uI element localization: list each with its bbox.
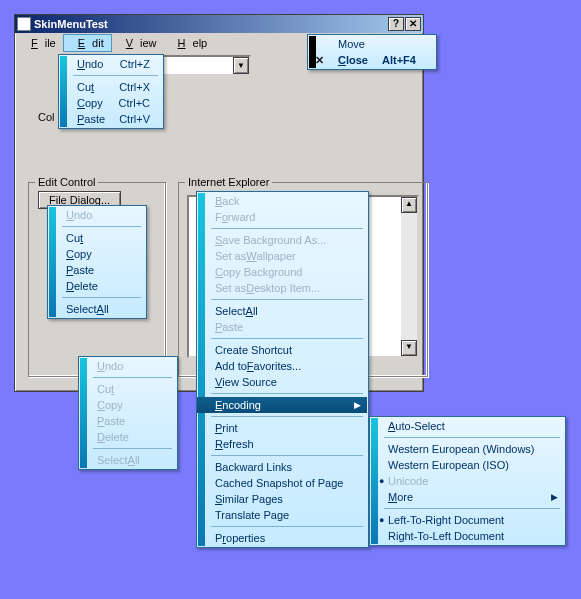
ie-scrollbar[interactable]: ▲ ▼ (401, 197, 417, 356)
help-button[interactable]: ? (388, 17, 404, 31)
edit-context-menu-2: Undo Cut Copy Paste Delete Select All (78, 356, 178, 470)
ctx2-cut[interactable]: Cut (79, 381, 176, 397)
sysmenu-move[interactable]: Move (308, 36, 432, 52)
scroll-up-icon[interactable]: ▲ (401, 197, 417, 213)
menu-edit[interactable]: Edit (63, 34, 112, 52)
editmenu-cut[interactable]: CutCtrl+X (59, 79, 162, 95)
radio-bullet-icon: ● (379, 516, 384, 525)
ctx1-delete[interactable]: Delete (48, 278, 145, 294)
sysmenu-close[interactable]: ✕ Close Alt+F4 (308, 52, 432, 68)
ie-backward-links[interactable]: Backward Links (197, 459, 367, 475)
ie-copy-bg[interactable]: Copy Background (197, 264, 367, 280)
enc-we-iso[interactable]: Western European (ISO) (370, 457, 564, 473)
close-button[interactable]: ✕ (405, 17, 421, 31)
ie-forward[interactable]: Forward (197, 209, 367, 225)
editmenu-paste[interactable]: PasteCtrl+V (59, 111, 162, 127)
ctx2-delete[interactable]: Delete (79, 429, 176, 445)
color-label: Col (38, 111, 55, 123)
ctx2-select-all[interactable]: Select All (79, 452, 176, 468)
ie-view-source[interactable]: View Source (197, 374, 367, 390)
editmenu-copy[interactable]: CopyCtrl+C (59, 95, 162, 111)
ie-encoding[interactable]: Encoding▶ (197, 397, 367, 413)
combo-arrow-icon[interactable]: ▼ (233, 57, 249, 74)
menu-file[interactable]: File (17, 35, 63, 51)
submenu-arrow-icon: ▶ (354, 400, 361, 410)
ctx2-copy[interactable]: Copy (79, 397, 176, 413)
titlebar[interactable]: SkinMenuTest ? ✕ (15, 15, 423, 33)
ie-cached-snapshot[interactable]: Cached Snapshot of Page (197, 475, 367, 491)
ctx1-undo[interactable]: Undo (48, 207, 145, 223)
ie-title: Internet Explorer (185, 176, 272, 188)
ie-print[interactable]: Print (197, 420, 367, 436)
app-icon (17, 17, 31, 31)
ie-back[interactable]: Back (197, 193, 367, 209)
submenu-arrow-icon: ▶ (551, 492, 558, 502)
edit-menu: UndoCtrl+Z CutCtrl+X CopyCtrl+C PasteCtr… (58, 54, 164, 129)
enc-more[interactable]: More▶ (370, 489, 564, 505)
radio-bullet-icon: ● (379, 477, 384, 486)
edit-context-menu-1: Undo Cut Copy Paste Delete Select All (47, 205, 147, 319)
system-menu: Move ✕ Close Alt+F4 (307, 34, 437, 70)
ie-set-wallpaper[interactable]: Set as Wallpaper (197, 248, 367, 264)
menu-view[interactable]: View (112, 35, 164, 51)
encoding-submenu: Auto-Select Western European (Windows) W… (369, 416, 566, 546)
ctx2-paste[interactable]: Paste (79, 413, 176, 429)
ie-create-shortcut[interactable]: Create Shortcut (197, 342, 367, 358)
ie-paste[interactable]: Paste (197, 319, 367, 335)
ie-add-favorites[interactable]: Add to Favorites... (197, 358, 367, 374)
editmenu-undo[interactable]: UndoCtrl+Z (59, 56, 162, 72)
ie-properties[interactable]: Properties (197, 530, 367, 546)
scroll-down-icon[interactable]: ▼ (401, 340, 417, 356)
ie-set-desktop[interactable]: Set as Desktop Item... (197, 280, 367, 296)
ctx1-cut[interactable]: Cut (48, 230, 145, 246)
enc-rtl[interactable]: Right-To-Left Document (370, 528, 564, 544)
ctx1-copy[interactable]: Copy (48, 246, 145, 262)
enc-we-windows[interactable]: Western European (Windows) (370, 441, 564, 457)
ie-refresh[interactable]: Refresh (197, 436, 367, 452)
ie-context-menu: Back Forward Save Background As... Set a… (196, 191, 369, 548)
enc-ltr[interactable]: ●Left-To-Right Document (370, 512, 564, 528)
enc-unicode[interactable]: ●Unicode (370, 473, 564, 489)
ie-translate[interactable]: Translate Page (197, 507, 367, 523)
ie-similar-pages[interactable]: Similar Pages (197, 491, 367, 507)
ie-select-all[interactable]: Select All (197, 303, 367, 319)
close-icon: ✕ (315, 54, 324, 67)
enc-auto-select[interactable]: Auto-Select (370, 418, 564, 434)
ie-save-bg[interactable]: Save Background As... (197, 232, 367, 248)
ctx2-undo[interactable]: Undo (79, 358, 176, 374)
edit-control-title: Edit Control (35, 176, 98, 188)
ctx1-paste[interactable]: Paste (48, 262, 145, 278)
menu-help[interactable]: Help (164, 35, 215, 51)
ctx1-select-all[interactable]: Select All (48, 301, 145, 317)
title-text: SkinMenuTest (34, 18, 108, 30)
